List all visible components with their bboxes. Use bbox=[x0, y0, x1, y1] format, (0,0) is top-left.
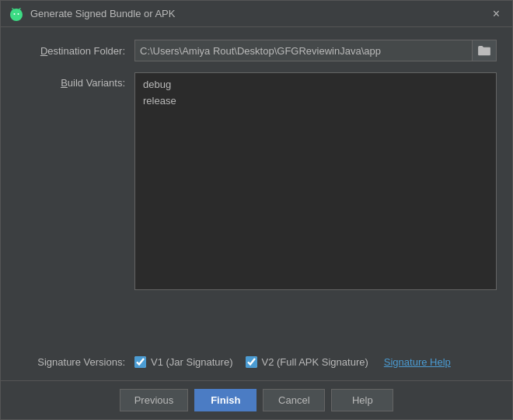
destination-input[interactable] bbox=[135, 44, 472, 58]
svg-point-3 bbox=[18, 13, 19, 15]
dialog-title: Generate Signed Bundle or APK bbox=[30, 8, 175, 19]
title-bar-left: Generate Signed Bundle or APK bbox=[9, 6, 175, 22]
v1-label: V1 (Jar Signature) bbox=[151, 356, 233, 368]
android-icon bbox=[9, 6, 24, 22]
build-variants-label: Build Variants: bbox=[16, 72, 125, 89]
svg-point-2 bbox=[14, 13, 16, 15]
v2-label: V2 (Full APK Signature) bbox=[262, 356, 368, 368]
build-variants-row: Build Variants: debug release bbox=[16, 72, 497, 345]
build-variant-debug[interactable]: debug bbox=[135, 76, 496, 93]
cancel-button[interactable]: Cancel bbox=[263, 389, 325, 411]
signature-options: V1 (Jar Signature) V2 (Full APK Signatur… bbox=[134, 356, 451, 368]
folder-icon bbox=[477, 45, 491, 56]
svg-rect-7 bbox=[14, 18, 16, 20]
build-underline: B bbox=[61, 77, 68, 89]
v2-checkbox[interactable] bbox=[246, 356, 257, 368]
svg-rect-8 bbox=[17, 18, 19, 20]
v1-checkbox[interactable] bbox=[134, 356, 146, 368]
v1-option[interactable]: V1 (Jar Signature) bbox=[134, 356, 233, 368]
signature-label: Signature Versions: bbox=[16, 356, 125, 368]
signature-help-link[interactable]: Signature Help bbox=[384, 356, 451, 368]
close-button[interactable]: × bbox=[488, 6, 504, 22]
v2-option[interactable]: V2 (Full APK Signature) bbox=[246, 356, 368, 368]
destination-row: Destination Folder: bbox=[16, 40, 497, 61]
destination-underline: D bbox=[40, 45, 47, 57]
build-variants-list[interactable]: debug release bbox=[134, 72, 497, 290]
title-bar: Generate Signed Bundle or APK × bbox=[1, 1, 512, 27]
browse-folder-button[interactable] bbox=[472, 40, 496, 61]
dialog-content: Destination Folder: Build Variants: debu… bbox=[1, 27, 512, 380]
signature-row: Signature Versions: V1 (Jar Signature) V… bbox=[16, 356, 497, 368]
previous-button[interactable]: Previous bbox=[120, 389, 189, 411]
finish-button[interactable]: Finish bbox=[194, 389, 256, 411]
build-variant-release[interactable]: release bbox=[135, 93, 496, 109]
destination-label: Destination Folder: bbox=[16, 45, 125, 57]
help-button[interactable]: Help bbox=[331, 389, 393, 411]
generate-signed-dialog: Generate Signed Bundle or APK × Destinat… bbox=[0, 0, 513, 420]
dialog-footer: Previous Finish Cancel Help bbox=[1, 380, 512, 419]
destination-input-wrapper bbox=[134, 40, 497, 61]
